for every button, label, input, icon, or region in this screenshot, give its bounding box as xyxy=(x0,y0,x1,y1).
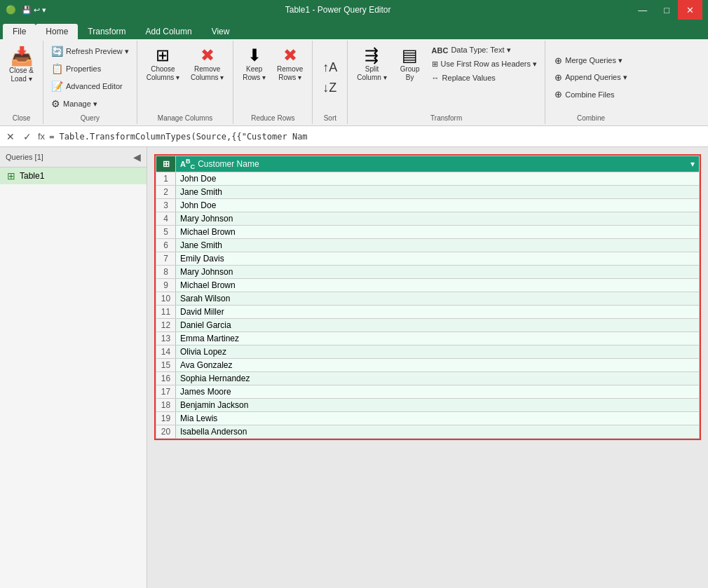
row-customer-name: Daniel Garcia xyxy=(176,318,700,331)
ribbon-tabs: File Home Transform Add Column View xyxy=(0,20,708,39)
tab-transform[interactable]: Transform xyxy=(78,24,135,39)
row-customer-name: James Moore xyxy=(176,385,700,398)
row-customer-name: Michael Brown xyxy=(176,278,700,292)
keep-rows-button[interactable]: ⬇ KeepRows ▾ xyxy=(238,43,271,86)
data-type-button[interactable]: ABC Data Type: Text ▾ xyxy=(428,43,540,57)
properties-button[interactable]: 📋 Properties xyxy=(48,61,104,76)
table-row[interactable]: 15Ava Gonzalez xyxy=(156,358,700,371)
table-row[interactable]: 12Daniel Garcia xyxy=(156,318,700,331)
row-number: 7 xyxy=(156,252,176,265)
advanced-editor-icon: 📝 xyxy=(51,81,63,92)
table-row[interactable]: 18Benjamin Jackson xyxy=(156,398,700,411)
remove-rows-label: RemoveRows ▾ xyxy=(277,65,303,82)
close-load-icon: 📥 xyxy=(11,47,33,65)
remove-rows-button[interactable]: ✖ RemoveRows ▾ xyxy=(272,43,308,86)
advanced-editor-label: Advanced Editor xyxy=(66,82,123,90)
row-customer-name: Sophia Hernandez xyxy=(176,371,700,385)
row-number: 13 xyxy=(156,331,176,345)
queries-collapse-button[interactable]: ◀ xyxy=(133,151,141,163)
transform-group-label: Transform xyxy=(430,113,462,124)
row-number: 18 xyxy=(156,398,176,411)
row-customer-name: John Doe xyxy=(176,172,700,185)
close-load-label: Close &Load ▾ xyxy=(9,67,34,83)
formula-confirm-button[interactable]: ✓ xyxy=(21,131,34,142)
combine-group-label: Combine xyxy=(577,113,605,124)
data-table-wrapper: ⊞ ABC Customer Name ▾ 1John Doe2Jane Smi… xyxy=(154,154,701,440)
table-row[interactable]: 3John Doe xyxy=(156,198,700,212)
formula-cancel-button[interactable]: ✕ xyxy=(4,131,17,142)
ribbon-group-close: 📥 Close &Load ▾ Close xyxy=(0,41,43,124)
manage-button[interactable]: ⚙ Manage ▾ xyxy=(48,96,101,111)
merge-queries-button[interactable]: ⊕ Merge Queries ▾ xyxy=(551,53,626,68)
column-header-customer-name[interactable]: ABC Customer Name ▾ xyxy=(176,156,700,172)
data-type-label: Data Type: Text ▾ xyxy=(451,46,510,55)
row-customer-name: John Doe xyxy=(176,198,700,212)
sort-desc-button[interactable]: ↓Z xyxy=(319,78,340,97)
table-row[interactable]: 19Mia Lewis xyxy=(156,411,700,425)
combine-files-button[interactable]: ⊕ Combine Files xyxy=(551,87,618,102)
tab-view[interactable]: View xyxy=(202,24,240,39)
row-number: 8 xyxy=(156,265,176,278)
col-dropdown-icon[interactable]: ▾ xyxy=(690,159,695,169)
table1-icon: ⊞ xyxy=(7,170,15,182)
queries-header: Queries [1] ◀ xyxy=(0,147,147,167)
merge-queries-icon: ⊕ xyxy=(554,55,562,66)
remove-columns-button[interactable]: ✖ RemoveColumns ▾ xyxy=(186,43,229,86)
table-row[interactable]: 2Jane Smith xyxy=(156,185,700,198)
table-row[interactable]: 1John Doe xyxy=(156,172,700,185)
minimize-button[interactable]: — xyxy=(629,0,655,20)
append-queries-button[interactable]: ⊕ Append Queries ▾ xyxy=(551,70,631,85)
row-number: 17 xyxy=(156,385,176,398)
table-row[interactable]: 7Emily Davis xyxy=(156,252,700,265)
table-row[interactable]: 17James Moore xyxy=(156,385,700,398)
ribbon-group-query: 🔄 Refresh Preview ▾ 📋 Properties 📝 Advan… xyxy=(43,41,137,124)
table-row[interactable]: 5Michael Brown xyxy=(156,225,700,238)
row-customer-name: David Miller xyxy=(176,305,700,318)
advanced-editor-button[interactable]: 📝 Advanced Editor xyxy=(48,78,126,94)
tab-file[interactable]: File xyxy=(3,24,36,39)
keep-rows-label: KeepRows ▾ xyxy=(243,65,266,82)
queries-panel: Queries [1] ◀ ⊞ Table1 xyxy=(0,147,147,588)
quick-access: 💾 ↩ ▾ xyxy=(22,6,46,15)
table-row[interactable]: 13Emma Martinez xyxy=(156,331,700,345)
refresh-preview-button[interactable]: 🔄 Refresh Preview ▾ xyxy=(48,43,132,59)
table-row[interactable]: 20Isabella Anderson xyxy=(156,425,700,438)
close-load-button[interactable]: 📥 Close &Load ▾ xyxy=(4,43,39,87)
tab-add-column[interactable]: Add Column xyxy=(136,24,202,39)
choose-columns-button[interactable]: ⊞ ChooseColumns ▾ xyxy=(142,43,184,86)
ribbon-group-reduce-rows: ⬇ KeepRows ▾ ✖ RemoveRows ▾ Reduce Rows xyxy=(233,41,313,124)
row-number: 16 xyxy=(156,371,176,385)
group-by-button[interactable]: ▤ GroupBy xyxy=(395,43,426,86)
row-number: 5 xyxy=(156,225,176,238)
row-customer-name: Olivia Lopez xyxy=(176,345,700,358)
replace-values-button[interactable]: ↔ Replace Values xyxy=(428,71,540,84)
table-row[interactable]: 4Mary Johnson xyxy=(156,212,700,225)
table-row[interactable]: 10Sarah Wilson xyxy=(156,292,700,305)
combine-files-label: Combine Files xyxy=(565,90,614,99)
formula-input[interactable] xyxy=(49,132,704,142)
manage-columns-group-label: Manage Columns xyxy=(158,113,212,124)
sort-asc-button[interactable]: ↑A xyxy=(319,58,341,77)
table-row[interactable]: 8Mary Johnson xyxy=(156,265,700,278)
split-column-button[interactable]: ⇶ SplitColumn ▾ xyxy=(352,43,391,86)
reduce-rows-group-label: Reduce Rows xyxy=(251,113,294,124)
table-row[interactable]: 14Olivia Lopez xyxy=(156,345,700,358)
maximize-button[interactable]: □ xyxy=(655,0,678,20)
window-controls: — □ ✕ xyxy=(629,0,702,20)
ribbon-group-sort: ↑A ↓Z Sort xyxy=(313,41,348,124)
sort-desc-icon: ↓Z xyxy=(322,81,336,95)
tab-home[interactable]: Home xyxy=(36,24,78,39)
row-number: 11 xyxy=(156,305,176,318)
table-row[interactable]: 9Michael Brown xyxy=(156,278,700,292)
use-first-row-button[interactable]: ⊞ Use First Row as Headers ▾ xyxy=(428,57,540,71)
table-selector-header[interactable]: ⊞ xyxy=(156,156,176,172)
table-row[interactable]: 6Jane Smith xyxy=(156,238,700,252)
row-customer-name: Jane Smith xyxy=(176,238,700,252)
row-customer-name: Michael Brown xyxy=(176,225,700,238)
table-body: 1John Doe2Jane Smith3John Doe4Mary Johns… xyxy=(156,172,700,438)
sort-asc-icon: ↑A xyxy=(322,60,337,75)
query-item-table1[interactable]: ⊞ Table1 xyxy=(0,167,147,184)
close-button[interactable]: ✕ xyxy=(678,0,702,20)
table-row[interactable]: 11David Miller xyxy=(156,305,700,318)
table-row[interactable]: 16Sophia Hernandez xyxy=(156,371,700,385)
